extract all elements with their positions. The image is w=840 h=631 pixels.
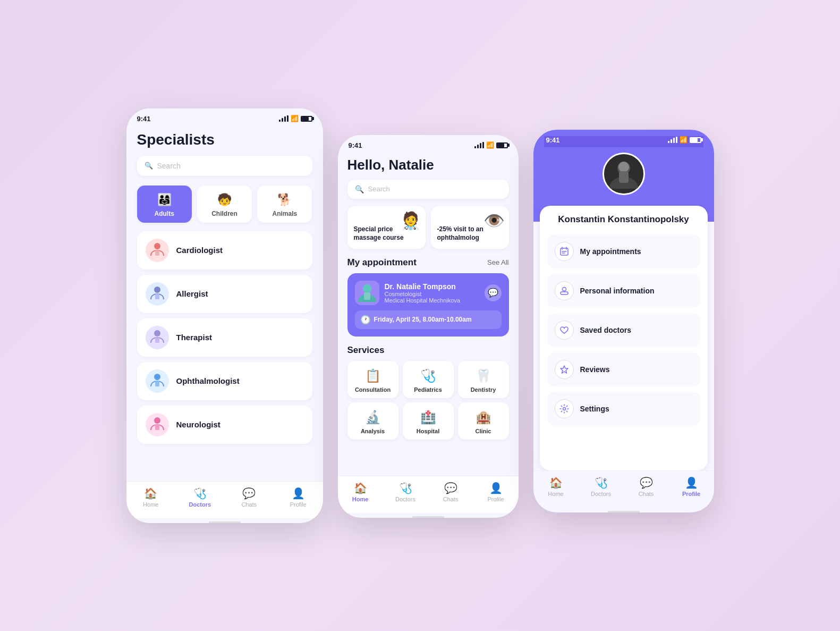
battery-icon-left xyxy=(301,116,312,122)
status-time-right: 9:41 xyxy=(546,136,560,144)
svg-point-8 xyxy=(154,417,160,424)
search-icon-middle: 🔍 xyxy=(355,185,364,193)
middle-content: Hello, Natalie 🔍 Search 🧑‍⚕️ Special pri… xyxy=(338,153,519,476)
svg-rect-3 xyxy=(155,294,159,299)
bar3 xyxy=(284,116,286,122)
nav-chats-right[interactable]: 💬 Chats xyxy=(624,476,669,497)
pediatrics-label: Pediatrics xyxy=(414,386,442,393)
service-hospital[interactable]: 🏥 Hospital xyxy=(403,402,454,440)
battery-icon-middle xyxy=(496,142,508,148)
search-placeholder-left: Search xyxy=(157,162,181,170)
home-icon-middle: 🏠 xyxy=(354,482,367,494)
nav-chats-middle[interactable]: 💬 Chats xyxy=(428,482,473,502)
menu-saved-doctors[interactable]: Saved doctors xyxy=(547,313,700,347)
bar3r xyxy=(673,138,675,143)
battery-icon-right xyxy=(690,137,701,143)
doctors-icon-middle: 🩺 xyxy=(399,482,412,494)
menu-settings[interactable]: Settings xyxy=(547,392,700,426)
nav-doctors-middle[interactable]: 🩺 Doctors xyxy=(383,482,428,502)
list-item[interactable]: Ophthalmologist xyxy=(137,362,312,400)
status-bar-right: 9:41 📶 xyxy=(544,136,703,147)
signal-bars-middle xyxy=(474,142,484,148)
search-bar-left[interactable]: 🔍 Search xyxy=(137,156,312,176)
settings-label: Settings xyxy=(580,405,609,413)
analysis-label: Analysis xyxy=(361,428,385,434)
bar2r xyxy=(671,139,672,143)
avatar-ophthalmologist xyxy=(146,369,169,393)
nav-profile-middle[interactable]: 👤 Profile xyxy=(473,482,519,502)
menu-reviews[interactable]: Reviews xyxy=(547,352,700,386)
service-consultation[interactable]: 📋 Consultation xyxy=(347,361,398,398)
nav-profile-right[interactable]: 👤 Profile xyxy=(669,476,714,497)
left-content: Specialists 🔍 Search 👨‍👩‍👧 Adults 🧒 Chil… xyxy=(126,126,323,481)
service-analysis[interactable]: 🔬 Analysis xyxy=(347,402,398,440)
svg-rect-1 xyxy=(155,250,159,256)
service-dentistry[interactable]: 🦷 Dentistry xyxy=(458,361,509,398)
wifi-icon-middle: 📶 xyxy=(486,141,494,149)
saved-doctors-icon xyxy=(555,321,574,340)
nav-label-chats-left: Chats xyxy=(241,501,257,508)
status-icons-middle: 📶 xyxy=(474,141,508,149)
tab-animals[interactable]: 🐕 Animals xyxy=(257,186,312,223)
battery-fill-right xyxy=(691,138,698,142)
tab-children[interactable]: 🧒 Children xyxy=(197,186,252,223)
promo-card-0[interactable]: 🧑‍⚕️ Special price massage course xyxy=(347,206,426,249)
menu-my-appointments[interactable]: My appointments xyxy=(547,234,700,268)
search-bar-middle[interactable]: 🔍 Search xyxy=(347,180,509,199)
dentistry-icon: 🦷 xyxy=(476,368,491,383)
promo-card-1[interactable]: 👁️ -25% visit to an ophthalmolog xyxy=(431,206,509,249)
hospital-label: Hospital xyxy=(417,428,439,434)
bar2m xyxy=(477,145,479,148)
status-time-left: 9:41 xyxy=(137,115,151,123)
chats-icon-left: 💬 xyxy=(242,487,256,500)
dentistry-label: Dentistry xyxy=(471,386,496,393)
nav-profile-left[interactable]: 👤 Profile xyxy=(274,487,323,508)
see-all-button[interactable]: See All xyxy=(487,258,508,266)
nav-home-middle[interactable]: 🏠 Home xyxy=(338,482,383,502)
phone-middle: 9:41 📶 Hello, Natalie 🔍 Search 🧑‍⚕️ xyxy=(338,135,519,518)
service-clinic[interactable]: 🏨 Clinic xyxy=(458,402,509,440)
list-item[interactable]: Cardiologist xyxy=(137,231,312,270)
chats-icon-right: 💬 xyxy=(640,476,653,489)
nav-doctors-right[interactable]: 🩺 Doctors xyxy=(579,476,624,497)
apt-specialty: Cosmetologist xyxy=(385,291,460,297)
list-item[interactable]: Allergist xyxy=(137,275,312,313)
promo-emoji-1: 👁️ xyxy=(483,211,505,231)
avatar-cardiologist xyxy=(146,239,169,262)
appointment-title: My appointment xyxy=(347,257,417,268)
svg-point-2 xyxy=(154,287,160,293)
profile-icon-right: 👤 xyxy=(685,476,698,489)
nav-home-left[interactable]: 🏠 Home xyxy=(126,487,176,508)
status-bar-middle: 9:41 📶 xyxy=(338,135,519,153)
apt-chat-button[interactable]: 💬 xyxy=(485,284,502,301)
services-grid: 📋 Consultation 🩺 Pediatrics 🦷 Dentistry … xyxy=(347,361,509,440)
nav-home-right[interactable]: 🏠 Home xyxy=(533,476,579,497)
nav-indicator-right xyxy=(608,511,640,512)
nav-indicator-left xyxy=(209,521,241,523)
svg-point-4 xyxy=(154,330,160,336)
clock-icon: 🕐 xyxy=(360,315,371,325)
list-item[interactable]: Neurologist xyxy=(137,406,312,444)
status-bar-left: 9:41 📶 xyxy=(126,108,323,126)
menu-personal-info[interactable]: Personal information xyxy=(547,274,700,308)
services-title: Services xyxy=(347,345,385,356)
clinic-label: Clinic xyxy=(476,428,491,434)
profile-avatar xyxy=(603,153,645,195)
profile-avatar-wrap xyxy=(544,153,703,195)
apt-hospital: Medical Hospital Mechnikova xyxy=(385,297,460,304)
appointment-card: Dr. Natalie Tompson Cosmetologist Medica… xyxy=(347,273,509,336)
phone-left: 9:41 📶 Specialists 🔍 Search 👨‍👩‍👧 xyxy=(126,108,323,523)
children-label: Children xyxy=(211,210,237,217)
service-pediatrics[interactable]: 🩺 Pediatrics xyxy=(403,361,454,398)
list-item[interactable]: Therapist xyxy=(137,318,312,357)
nav-doctors-left[interactable]: 🩺 Doctors xyxy=(175,487,225,508)
page-title: Specialists xyxy=(137,131,312,148)
nav-label-profile-right: Profile xyxy=(682,491,700,497)
bottom-nav-left: 🏠 Home 🩺 Doctors 💬 Chats 👤 Profile xyxy=(126,481,323,518)
nav-chats-left[interactable]: 💬 Chats xyxy=(225,487,274,508)
bar2 xyxy=(282,118,283,122)
bar4m xyxy=(482,142,484,148)
doctors-icon-left: 🩺 xyxy=(193,487,207,500)
tab-adults[interactable]: 👨‍👩‍👧 Adults xyxy=(137,186,192,223)
nav-label-home-middle: Home xyxy=(352,496,369,502)
